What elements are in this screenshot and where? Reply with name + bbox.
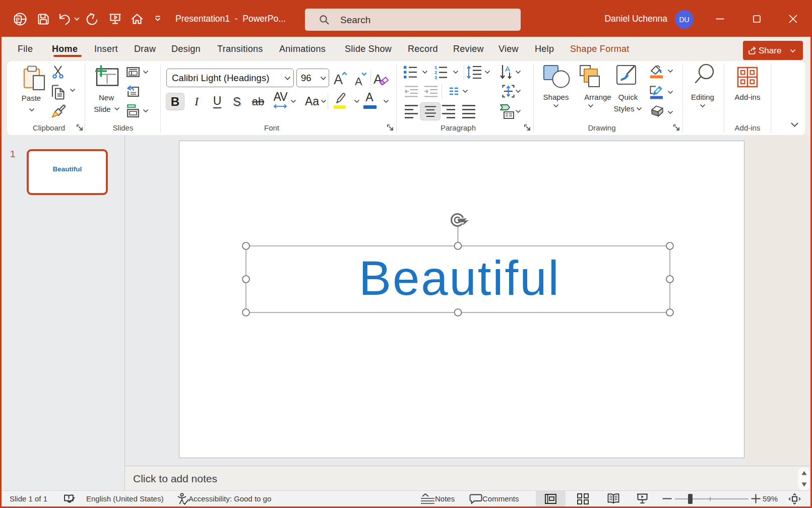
- svg-text:3: 3: [434, 75, 437, 79]
- svg-text:A: A: [505, 65, 510, 73]
- svg-text:P: P: [16, 17, 20, 23]
